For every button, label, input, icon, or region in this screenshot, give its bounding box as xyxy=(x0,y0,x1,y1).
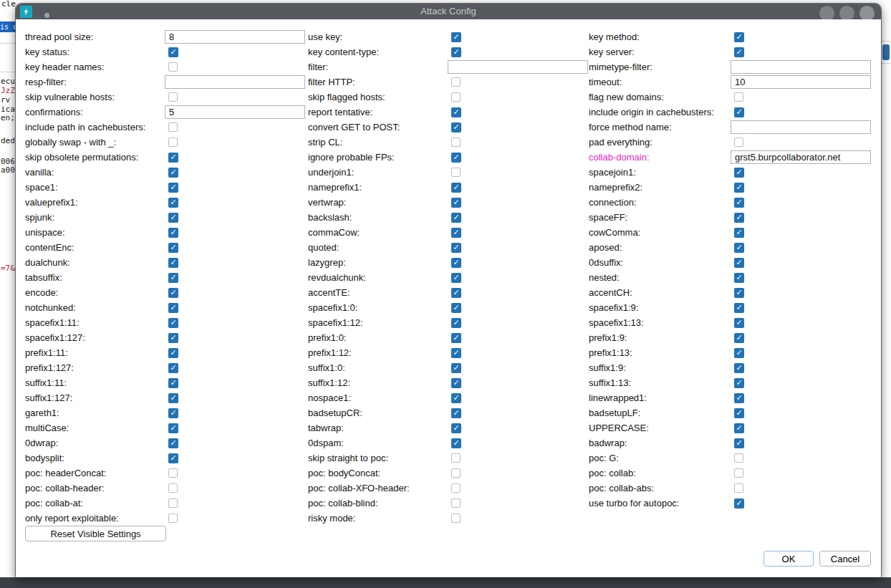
checkbox[interactable] xyxy=(168,468,178,478)
text-input[interactable] xyxy=(165,30,305,44)
text-input[interactable] xyxy=(165,75,305,89)
checkbox[interactable] xyxy=(168,62,178,72)
minimize-button[interactable] xyxy=(819,6,834,21)
cancel-button[interactable]: Cancel xyxy=(819,551,871,567)
checkbox[interactable] xyxy=(168,498,178,508)
titlebar[interactable]: Attack Config xyxy=(16,4,881,19)
text-input[interactable] xyxy=(448,60,588,74)
checkbox[interactable] xyxy=(451,498,461,508)
checkbox[interactable]: ✓ xyxy=(734,393,744,403)
checkbox[interactable]: ✓ xyxy=(451,258,461,268)
checkbox[interactable]: ✓ xyxy=(734,438,744,448)
checkbox[interactable]: ✓ xyxy=(451,47,461,57)
text-input[interactable] xyxy=(731,150,871,164)
checkbox[interactable]: ✓ xyxy=(734,303,744,313)
checkbox[interactable]: ✓ xyxy=(168,153,178,163)
checkbox[interactable]: ✓ xyxy=(168,303,178,313)
checkbox[interactable] xyxy=(451,453,461,463)
checkbox[interactable]: ✓ xyxy=(734,378,744,388)
checkbox[interactable]: ✓ xyxy=(734,107,744,117)
checkbox[interactable]: ✓ xyxy=(734,333,744,343)
checkbox[interactable] xyxy=(168,514,178,523)
checkbox[interactable]: ✓ xyxy=(168,393,178,403)
checkbox[interactable]: ✓ xyxy=(451,122,461,132)
ok-button[interactable]: OK xyxy=(764,551,814,567)
text-input[interactable] xyxy=(731,120,871,134)
checkbox[interactable]: ✓ xyxy=(734,213,744,223)
checkbox[interactable]: ✓ xyxy=(168,183,178,193)
checkbox[interactable] xyxy=(168,122,178,132)
checkbox[interactable] xyxy=(451,168,461,177)
checkbox[interactable]: ✓ xyxy=(168,408,178,418)
checkbox[interactable]: ✓ xyxy=(168,378,178,388)
checkbox[interactable] xyxy=(451,514,461,523)
checkbox[interactable]: ✓ xyxy=(734,243,744,253)
checkbox[interactable] xyxy=(451,138,461,147)
text-input[interactable] xyxy=(165,105,305,119)
checkbox[interactable] xyxy=(734,92,743,102)
checkbox[interactable]: ✓ xyxy=(168,438,178,448)
checkbox[interactable] xyxy=(451,92,461,102)
checkbox[interactable]: ✓ xyxy=(451,393,461,403)
checkbox[interactable] xyxy=(734,483,743,493)
checkbox[interactable]: ✓ xyxy=(168,198,178,208)
checkbox[interactable]: ✓ xyxy=(451,273,461,283)
checkbox[interactable]: ✓ xyxy=(168,423,178,433)
maximize-button[interactable] xyxy=(839,6,854,21)
checkbox[interactable]: ✓ xyxy=(734,423,744,433)
checkbox[interactable] xyxy=(451,483,461,493)
text-input[interactable] xyxy=(731,60,871,74)
checkbox[interactable]: ✓ xyxy=(451,183,461,193)
checkbox[interactable]: ✓ xyxy=(734,273,744,283)
checkbox[interactable]: ✓ xyxy=(734,363,744,373)
checkbox[interactable]: ✓ xyxy=(168,348,178,358)
checkbox[interactable]: ✓ xyxy=(451,378,461,388)
checkbox[interactable]: ✓ xyxy=(451,107,461,117)
checkbox[interactable]: ✓ xyxy=(451,363,461,373)
checkbox[interactable] xyxy=(734,453,743,463)
checkbox[interactable] xyxy=(734,468,743,478)
checkbox[interactable]: ✓ xyxy=(451,228,461,238)
checkbox[interactable]: ✓ xyxy=(734,318,744,328)
checkbox[interactable]: ✓ xyxy=(734,498,744,509)
checkbox[interactable]: ✓ xyxy=(451,153,461,163)
checkbox[interactable]: ✓ xyxy=(168,288,178,298)
checkbox[interactable]: ✓ xyxy=(451,198,461,208)
checkbox[interactable]: ✓ xyxy=(734,408,744,418)
checkbox[interactable] xyxy=(168,138,178,147)
checkbox[interactable]: ✓ xyxy=(451,288,461,298)
checkbox[interactable]: ✓ xyxy=(451,243,461,253)
checkbox[interactable]: ✓ xyxy=(734,198,744,208)
checkbox[interactable]: ✓ xyxy=(734,348,744,358)
checkbox[interactable]: ✓ xyxy=(451,213,461,223)
checkbox[interactable]: ✓ xyxy=(168,318,178,328)
checkbox[interactable]: ✓ xyxy=(451,333,461,343)
checkbox[interactable]: ✓ xyxy=(168,243,178,253)
checkbox[interactable] xyxy=(168,483,178,493)
checkbox[interactable] xyxy=(451,468,461,478)
checkbox[interactable]: ✓ xyxy=(451,423,461,433)
checkbox[interactable]: ✓ xyxy=(734,168,744,178)
checkbox[interactable] xyxy=(168,92,178,102)
checkbox[interactable]: ✓ xyxy=(734,258,744,268)
checkbox[interactable]: ✓ xyxy=(168,273,178,283)
checkbox[interactable] xyxy=(734,138,743,147)
checkbox[interactable]: ✓ xyxy=(451,318,461,328)
close-button[interactable] xyxy=(859,6,875,21)
checkbox[interactable]: ✓ xyxy=(168,333,178,343)
checkbox[interactable]: ✓ xyxy=(451,438,461,448)
checkbox[interactable]: ✓ xyxy=(451,348,461,358)
checkbox[interactable]: ✓ xyxy=(451,32,461,42)
reset-visible-settings-button[interactable]: Reset Visible Settings xyxy=(25,526,166,541)
checkbox[interactable]: ✓ xyxy=(734,183,744,193)
text-input[interactable] xyxy=(731,75,871,89)
checkbox[interactable]: ✓ xyxy=(168,363,178,373)
checkbox[interactable] xyxy=(451,77,461,87)
checkbox[interactable]: ✓ xyxy=(168,258,178,268)
checkbox[interactable]: ✓ xyxy=(451,303,461,313)
checkbox[interactable]: ✓ xyxy=(734,32,744,42)
checkbox[interactable]: ✓ xyxy=(168,47,178,57)
checkbox[interactable]: ✓ xyxy=(734,47,744,57)
checkbox[interactable]: ✓ xyxy=(734,288,744,298)
checkbox[interactable]: ✓ xyxy=(168,228,178,238)
